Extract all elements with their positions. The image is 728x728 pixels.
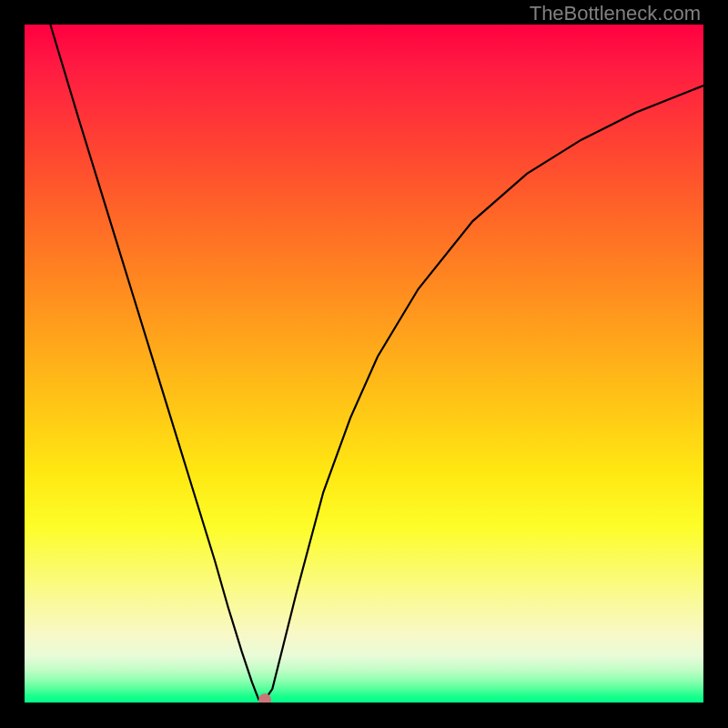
- chart-container: TheBottleneck.com: [0, 0, 728, 728]
- watermark-text: TheBottleneck.com: [530, 2, 701, 25]
- frame-right: [703, 0, 728, 728]
- frame-bottom: [0, 703, 728, 728]
- bottleneck-curve: [50, 25, 703, 700]
- frame-left: [0, 0, 25, 728]
- chart-svg: [25, 25, 703, 703]
